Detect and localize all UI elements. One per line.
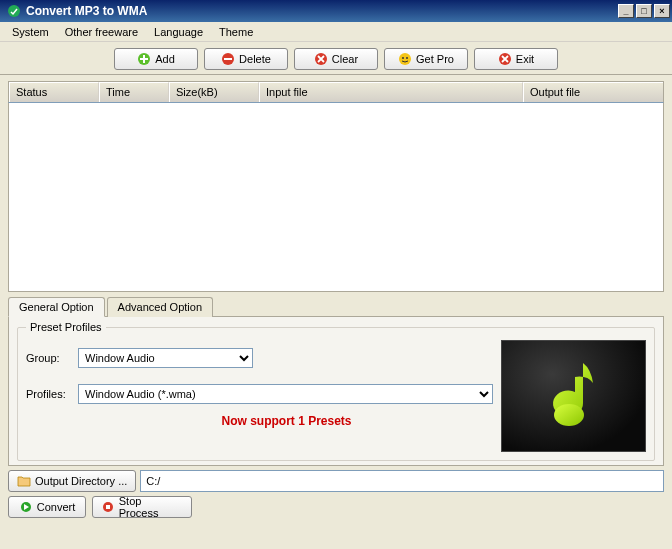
tab-strip: General Option Advanced Option — [8, 297, 664, 317]
exit-button[interactable]: Exit — [474, 48, 558, 70]
support-text: Now support 1 Presets — [26, 414, 493, 428]
delete-label: Delete — [239, 53, 271, 65]
tabs-panel: General Option Advanced Option Preset Pr… — [8, 296, 664, 466]
stop-icon — [101, 500, 115, 514]
convert-button[interactable]: Convert — [8, 496, 86, 518]
folder-icon — [17, 474, 31, 488]
column-output[interactable]: Output file — [523, 82, 663, 102]
maximize-button[interactable]: □ — [636, 4, 652, 18]
menu-language[interactable]: Language — [146, 24, 211, 40]
add-button[interactable]: Add — [114, 48, 198, 70]
delete-button[interactable]: Delete — [204, 48, 288, 70]
getpro-icon — [398, 52, 412, 66]
exit-icon — [498, 52, 512, 66]
window-title: Convert MP3 to WMA — [26, 4, 616, 18]
output-directory-label: Output Directory ... — [35, 475, 127, 487]
music-note-thumbnail — [501, 340, 646, 452]
svg-point-5 — [402, 57, 404, 59]
exit-label: Exit — [516, 53, 534, 65]
stop-label: Stop Process — [119, 495, 183, 519]
clear-button[interactable]: Clear — [294, 48, 378, 70]
svg-point-8 — [554, 404, 584, 426]
output-directory-row: Output Directory ... — [8, 470, 664, 492]
tab-advanced[interactable]: Advanced Option — [107, 297, 213, 317]
minimize-button[interactable]: _ — [618, 4, 634, 18]
clear-icon — [314, 52, 328, 66]
stop-button[interactable]: Stop Process — [92, 496, 192, 518]
output-directory-button[interactable]: Output Directory ... — [8, 470, 136, 492]
column-size[interactable]: Size(kB) — [169, 82, 259, 102]
profiles-row: Profiles: Window Audio (*.wma) — [26, 384, 493, 404]
preset-legend: Preset Profiles — [26, 321, 106, 333]
group-label: Group: — [26, 352, 74, 364]
file-list-panel: Status Time Size(kB) Input file Output f… — [8, 81, 664, 292]
getpro-button[interactable]: Get Pro — [384, 48, 468, 70]
bottom-buttons: Convert Stop Process — [8, 496, 664, 518]
convert-icon — [19, 500, 33, 514]
svg-point-6 — [406, 57, 408, 59]
tab-general-panel: Preset Profiles Group: Window Audio Prof… — [8, 316, 664, 466]
menu-theme[interactable]: Theme — [211, 24, 261, 40]
close-button[interactable]: × — [654, 4, 670, 18]
clear-label: Clear — [332, 53, 358, 65]
svg-rect-11 — [106, 505, 110, 509]
preset-groupbox: Preset Profiles Group: Window Audio Prof… — [17, 327, 655, 461]
menubar: System Other freeware Language Theme — [0, 22, 672, 42]
delete-icon — [221, 52, 235, 66]
list-header: Status Time Size(kB) Input file Output f… — [8, 81, 664, 102]
output-directory-input[interactable] — [140, 470, 664, 492]
titlebar: Convert MP3 to WMA _ □ × — [0, 0, 672, 22]
add-label: Add — [155, 53, 175, 65]
add-icon — [137, 52, 151, 66]
toolbar: Add Delete Clear Get Pro Exit — [0, 42, 672, 75]
group-combo[interactable]: Window Audio — [78, 348, 253, 368]
menu-system[interactable]: System — [4, 24, 57, 40]
file-list-body[interactable] — [8, 102, 664, 292]
profiles-combo[interactable]: Window Audio (*.wma) — [78, 384, 493, 404]
app-icon — [6, 3, 22, 19]
profiles-label: Profiles: — [26, 388, 74, 400]
column-status[interactable]: Status — [9, 82, 99, 102]
convert-label: Convert — [37, 501, 76, 513]
tab-general[interactable]: General Option — [8, 297, 105, 317]
group-row: Group: Window Audio — [26, 348, 493, 368]
svg-point-0 — [8, 5, 20, 17]
getpro-label: Get Pro — [416, 53, 454, 65]
column-input[interactable]: Input file — [259, 82, 523, 102]
column-time[interactable]: Time — [99, 82, 169, 102]
svg-point-4 — [399, 53, 411, 65]
menu-other-freeware[interactable]: Other freeware — [57, 24, 146, 40]
